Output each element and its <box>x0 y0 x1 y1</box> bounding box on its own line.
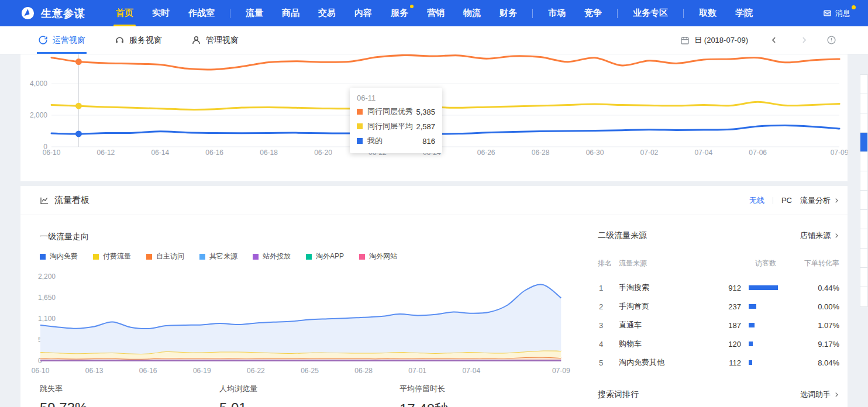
dock-cell[interactable] <box>860 113 867 133</box>
legend-item[interactable]: 淘外网站 <box>359 251 397 261</box>
nav-item-competition[interactable]: 竞争 <box>575 0 611 26</box>
series-value: 5,385 <box>416 108 435 116</box>
dock-cell[interactable] <box>860 133 867 152</box>
source-cell: 手淘首页 <box>619 301 649 312</box>
dock-cell[interactable] <box>860 191 867 210</box>
column-header: 流量来源 <box>619 258 647 268</box>
nav-divider <box>230 9 230 18</box>
tab-service-view[interactable]: 服务视窗 <box>115 26 162 54</box>
svg-text:06-22: 06-22 <box>247 367 265 375</box>
svg-text:06-12: 06-12 <box>97 149 115 157</box>
visitors-bar <box>749 285 778 290</box>
nav-item-realtime[interactable]: 实时 <box>143 0 179 26</box>
tab-label: 运营视窗 <box>53 35 85 46</box>
nav-item-market[interactable]: 市场 <box>539 0 575 26</box>
nav-item-business-zone[interactable]: 业务专区 <box>624 0 677 26</box>
legend-item[interactable]: 淘外APP <box>306 251 344 261</box>
conversion-rate-cell: 8.04% <box>818 358 839 367</box>
dock-cell[interactable] <box>860 249 867 268</box>
messages-button[interactable]: 消息 <box>823 8 850 19</box>
visitors-bar <box>749 304 756 309</box>
secondary-sources-title: 二级流量来源 <box>598 230 647 241</box>
nav-item-label: 学院 <box>735 8 753 19</box>
prev-date-button[interactable] <box>770 36 778 44</box>
legend-item[interactable]: 自主访问 <box>146 251 184 261</box>
primary-traffic-chart[interactable]: 05501,1001,6502,20006-1006-1306-1606-190… <box>20 186 591 407</box>
date-granularity-label[interactable]: 日 (2018-07-09) <box>694 35 748 46</box>
dock-cell[interactable] <box>860 287 867 306</box>
nav-item-content[interactable]: 内容 <box>345 0 381 26</box>
nav-item-academy[interactable]: 学院 <box>726 0 762 26</box>
table-row[interactable]: 4购物车1209.17% <box>598 334 839 353</box>
dock-cell[interactable] <box>860 268 867 287</box>
svg-text:1,650: 1,650 <box>38 294 56 302</box>
legend-item[interactable]: 站外投放 <box>253 251 291 261</box>
svg-text:06-10: 06-10 <box>32 367 50 375</box>
dock-cell[interactable] <box>860 171 867 191</box>
headset-icon <box>115 35 125 45</box>
conversion-rate-cell: 9.17% <box>818 340 839 349</box>
nav-item-home[interactable]: 首页 <box>106 0 143 26</box>
visitors-bar <box>749 323 755 327</box>
legend-item[interactable]: 淘内免费 <box>40 251 78 261</box>
nav-item-data-fetch[interactable]: 取数 <box>690 0 726 26</box>
dock-cell[interactable] <box>860 75 867 94</box>
nav-item-label: 作战室 <box>188 8 215 19</box>
dock-cell[interactable] <box>860 152 867 171</box>
next-date-button[interactable] <box>800 36 808 44</box>
top-nav: 生意参谋 首页实时作战室流量商品交易内容服务营销物流财务市场竞争业务专区取数学院… <box>0 0 868 26</box>
legend-color-swatch <box>306 254 312 260</box>
nav-item-label: 交易 <box>318 8 336 19</box>
device-tab-wireless[interactable]: 无线 <box>749 195 764 206</box>
nav-item-label: 竞争 <box>584 8 602 19</box>
calendar-icon[interactable] <box>680 36 690 45</box>
tab-operations-view[interactable]: 运营视窗 <box>38 26 85 54</box>
legend-color-swatch <box>253 254 259 260</box>
conversion-rate-cell: 1.07% <box>818 321 839 330</box>
tooltip-row: 同行同层优秀5,385 <box>357 106 435 117</box>
brand-logo[interactable]: 生意参谋 <box>20 6 85 20</box>
table-row[interactable]: 2手淘首页2370.00% <box>598 297 839 316</box>
table-row[interactable]: 1手淘搜索9120.44% <box>598 278 839 297</box>
person-icon <box>191 35 201 45</box>
visitors-bar <box>749 360 752 365</box>
info-icon[interactable] <box>826 35 836 45</box>
primary-traffic-legend: 淘内免费付费流量自主访问其它来源站外投放淘外APP淘外网站 <box>40 251 397 261</box>
traffic-analysis-label: 流量分析 <box>800 195 831 206</box>
svg-text:06-30: 06-30 <box>586 149 604 157</box>
legend-item[interactable]: 付费流量 <box>93 251 131 261</box>
nav-item-label: 取数 <box>699 8 717 19</box>
nav-item-label: 财务 <box>500 8 517 19</box>
tab-management-view[interactable]: 管理视窗 <box>191 26 239 54</box>
device-tab-pc[interactable]: PC <box>781 196 792 205</box>
dock-cell[interactable] <box>860 210 867 229</box>
nav-item-finance[interactable]: 财务 <box>490 0 526 26</box>
table-row[interactable]: 5淘内免费其他1128.04% <box>598 353 839 372</box>
tooltip-row: 我的816 <box>357 136 435 146</box>
nav-item-marketing[interactable]: 营销 <box>418 0 454 26</box>
shop-source-link[interactable]: 店铺来源 <box>800 230 839 241</box>
nav-item-product[interactable]: 商品 <box>273 0 309 26</box>
svg-text:06-10: 06-10 <box>43 149 61 157</box>
svg-text:07-06: 07-06 <box>749 149 767 157</box>
visitors-cell: 112 <box>729 358 741 367</box>
nav-item-war-room[interactable]: 作战室 <box>179 0 224 26</box>
legend-label: 自主访问 <box>156 251 184 261</box>
nav-item-logistics[interactable]: 物流 <box>454 0 490 26</box>
active-underline <box>113 25 136 26</box>
svg-text:2,200: 2,200 <box>38 273 56 281</box>
legend-item[interactable]: 其它来源 <box>199 251 237 261</box>
nav-item-traffic[interactable]: 流量 <box>236 0 273 26</box>
word-helper-link[interactable]: 选词助手 <box>800 389 839 400</box>
traffic-analysis-link[interactable]: 流量分析 <box>800 195 839 206</box>
series-value: 816 <box>422 137 435 146</box>
svg-text:07-09: 07-09 <box>831 149 848 157</box>
nav-item-service[interactable]: 服务 <box>381 0 418 26</box>
dock-cell[interactable] <box>860 94 867 113</box>
svg-text:1,100: 1,100 <box>38 315 56 323</box>
nav-item-trade[interactable]: 交易 <box>309 0 345 26</box>
dock-cell[interactable] <box>860 229 867 249</box>
secondary-sources-panel: 二级流量来源 店铺来源 排名流量来源访客数下单转化率 1手淘搜索9120.44%… <box>591 215 839 407</box>
legend-label: 其它来源 <box>209 251 237 261</box>
table-row[interactable]: 3直通车1871.07% <box>598 316 839 334</box>
